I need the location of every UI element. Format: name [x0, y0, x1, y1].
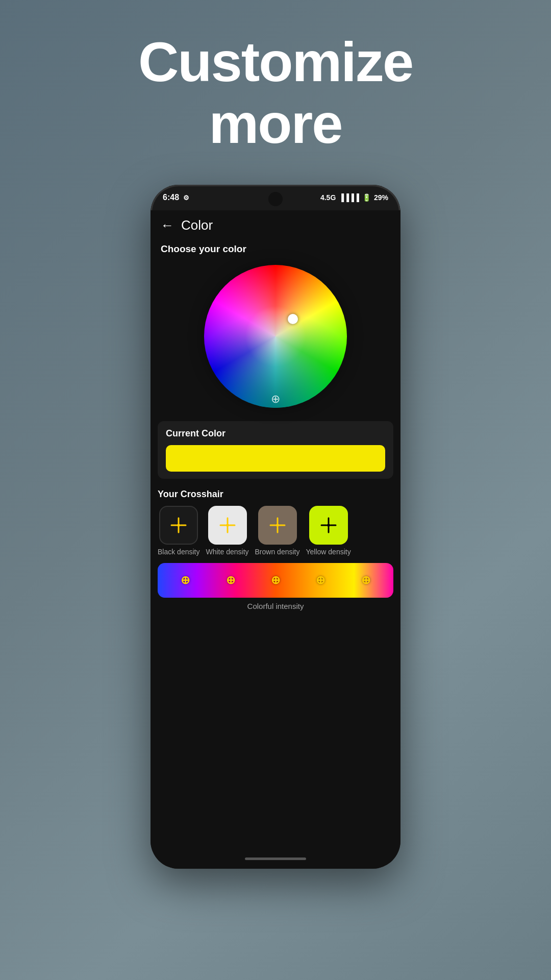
- current-color-bar: [166, 445, 385, 472]
- colorful-intensity-bar[interactable]: ⊕ ⊕ ⊕ ⊕ ⊕: [158, 563, 393, 598]
- crosshair-icon-white[interactable]: [208, 506, 247, 545]
- color-section-label: Choose your color: [151, 240, 400, 260]
- screen-content: ← Color Choose your color ⊕ Current Colo…: [151, 210, 400, 848]
- crosshair-items-list: Black density White density: [158, 506, 393, 556]
- app-bar: ← Color: [151, 210, 400, 240]
- headline-line1: Customize: [138, 30, 413, 93]
- color-picker-handle[interactable]: [288, 314, 298, 324]
- crosshair-icon-brown[interactable]: [258, 506, 297, 545]
- color-wheel-container[interactable]: ⊕: [151, 260, 400, 416]
- crosshair-symbol-yellow: [319, 516, 338, 534]
- svg-point-19: [327, 524, 330, 527]
- colorful-icon-2: ⊕: [226, 574, 235, 587]
- colorful-intensity-wrap[interactable]: ⊕ ⊕ ⊕ ⊕ ⊕ Colorful intensity: [158, 563, 393, 610]
- colorful-icon-1: ⊕: [181, 574, 190, 587]
- status-battery: 29%: [374, 193, 388, 202]
- status-network: 4.5G: [320, 193, 336, 202]
- svg-point-9: [226, 524, 229, 527]
- phone-frame: 6:48 ⚙ 4.5G ▐▐▐▐ 🔋 29% ← Color Choose yo…: [151, 185, 400, 869]
- app-bar-title: Color: [181, 217, 213, 233]
- phone-notch: [268, 192, 283, 206]
- crosshair-label-yellow: Yellow density: [306, 548, 350, 556]
- back-button[interactable]: ←: [161, 217, 174, 233]
- status-settings-icon: ⚙: [183, 194, 189, 202]
- color-wheel[interactable]: [204, 265, 347, 408]
- signal-bars-icon: ▐▐▐▐: [339, 193, 359, 202]
- current-color-label: Current Color: [166, 428, 385, 439]
- crosshair-label-brown: Brown density: [255, 548, 300, 556]
- crosshair-icon-yellow[interactable]: [309, 506, 348, 545]
- crosshair-item-black[interactable]: Black density: [158, 506, 199, 556]
- crosshair-section: Your Crosshair Black density: [151, 484, 400, 614]
- battery-icon: 🔋: [362, 193, 371, 202]
- crosshair-cursor-icon: ⊕: [271, 393, 280, 406]
- color-wheel-dark-overlay: [204, 265, 347, 408]
- crosshair-symbol-white: [218, 516, 237, 534]
- svg-point-14: [276, 524, 279, 527]
- colorful-icon-5: ⊕: [361, 574, 370, 587]
- crosshair-item-yellow[interactable]: Yellow density: [306, 506, 350, 556]
- svg-point-4: [177, 524, 180, 527]
- crosshair-label-white: White density: [206, 548, 248, 556]
- crosshair-item-white[interactable]: White density: [206, 506, 248, 556]
- colorful-intensity-label: Colorful intensity: [247, 602, 304, 610]
- crosshair-label-black: Black density: [158, 548, 199, 556]
- crosshair-symbol-brown: [268, 516, 287, 534]
- headline-line2: more: [209, 92, 342, 155]
- crosshair-label: Your Crosshair: [158, 489, 393, 500]
- headline: Customize more: [138, 31, 413, 154]
- home-bar: [151, 848, 400, 869]
- colorful-icon-4: ⊕: [316, 574, 325, 587]
- current-color-section: Current Color: [158, 421, 393, 479]
- home-bar-indicator: [245, 857, 306, 860]
- crosshair-symbol-black: [169, 516, 188, 534]
- crosshair-item-brown[interactable]: Brown density: [255, 506, 300, 556]
- colorful-icon-3: ⊕: [271, 574, 280, 587]
- status-time: 6:48: [163, 193, 179, 202]
- crosshair-icon-black[interactable]: [159, 506, 198, 545]
